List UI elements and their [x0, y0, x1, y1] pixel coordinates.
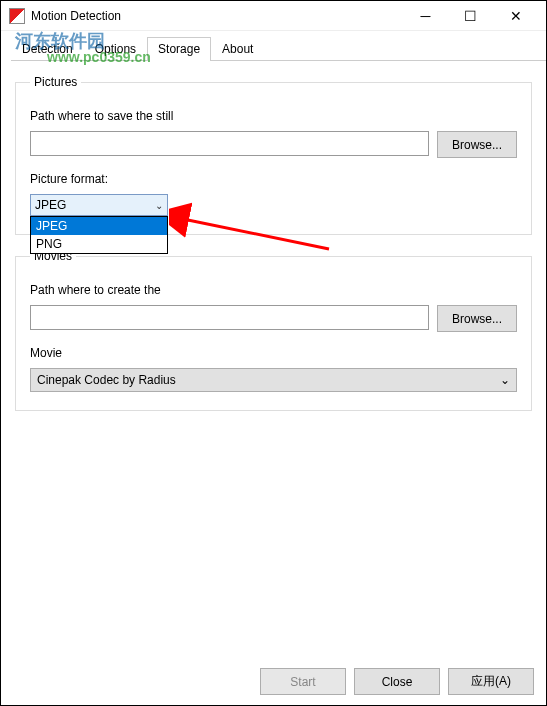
- movie-codec-value: Cinepak Codec by Radius: [37, 373, 176, 387]
- movie-codec-label: Movie: [30, 346, 517, 360]
- chevron-down-icon: ⌄: [500, 373, 510, 387]
- format-option-jpeg[interactable]: JPEG: [31, 217, 167, 235]
- picture-format-label: Picture format:: [30, 172, 517, 186]
- app-icon: [9, 8, 25, 24]
- tab-storage[interactable]: Storage: [147, 37, 211, 61]
- close-window-button[interactable]: ✕: [493, 2, 538, 30]
- tab-detection[interactable]: Detection: [11, 37, 84, 61]
- start-button: Start: [260, 668, 346, 695]
- pictures-group: Pictures Path where to save the still Br…: [15, 75, 532, 235]
- picture-format-dropdown: JPEG PNG: [30, 216, 168, 254]
- movie-path-input[interactable]: [30, 305, 429, 330]
- movie-codec-select[interactable]: Cinepak Codec by Radius ⌄: [30, 368, 517, 392]
- browse-still-button[interactable]: Browse...: [437, 131, 517, 158]
- movies-group: Movies Path where to create the Browse..…: [15, 249, 532, 411]
- maximize-button[interactable]: ☐: [448, 2, 493, 30]
- movie-path-label: Path where to create the: [30, 283, 517, 297]
- still-path-label: Path where to save the still: [30, 109, 517, 123]
- titlebar: Motion Detection ─ ☐ ✕: [1, 1, 546, 31]
- pictures-legend: Pictures: [30, 75, 81, 89]
- window-title: Motion Detection: [31, 9, 403, 23]
- picture-format-combobox[interactable]: JPEG ⌄: [30, 194, 168, 216]
- minimize-button[interactable]: ─: [403, 2, 448, 30]
- tab-options[interactable]: Options: [84, 37, 147, 61]
- close-button[interactable]: Close: [354, 668, 440, 695]
- browse-movie-button[interactable]: Browse...: [437, 305, 517, 332]
- picture-format-selected: JPEG: [35, 198, 66, 212]
- window-controls: ─ ☐ ✕: [403, 2, 538, 30]
- chevron-down-icon: ⌄: [155, 200, 163, 211]
- tab-about[interactable]: About: [211, 37, 264, 61]
- tab-bar: Detection Options Storage About: [11, 37, 546, 61]
- content-area: Pictures Path where to save the still Br…: [1, 61, 546, 439]
- dialog-buttons: Start Close 应用(A): [260, 668, 534, 695]
- still-path-input[interactable]: [30, 131, 429, 156]
- format-option-png[interactable]: PNG: [31, 235, 167, 253]
- apply-button[interactable]: 应用(A): [448, 668, 534, 695]
